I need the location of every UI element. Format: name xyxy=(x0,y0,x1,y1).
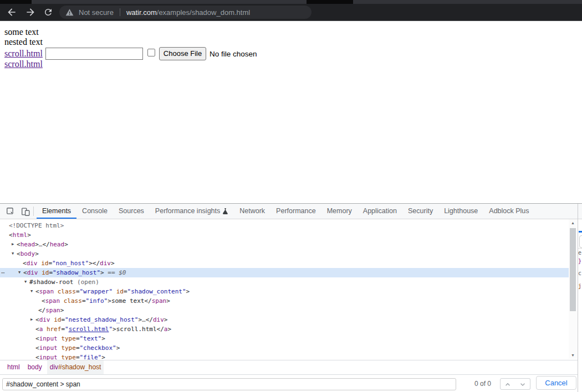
tab-network[interactable]: Network xyxy=(234,204,270,219)
tab-application[interactable]: Application xyxy=(358,204,402,219)
security-status-label[interactable]: Not secure xyxy=(79,8,114,17)
forward-arrow-icon[interactable] xyxy=(24,6,37,18)
disclosure-expanded-icon[interactable]: ▼ xyxy=(17,268,22,277)
tree-row[interactable]: ▶<head>…</head> xyxy=(0,240,569,249)
devtools-tabs: ElementsConsoleSourcesPerformance insigh… xyxy=(37,204,535,219)
tree-row[interactable]: <span class="info">some text</span> xyxy=(0,296,569,306)
page-text-some: some text xyxy=(4,27,39,37)
styles-sliver-divider xyxy=(578,248,582,249)
file-status-text: No file chosen xyxy=(210,50,257,58)
experiment-flask-icon xyxy=(222,208,228,215)
disclosure-expanded-icon[interactable]: ▼ xyxy=(29,287,34,296)
inspect-element-icon[interactable] xyxy=(5,206,16,216)
device-toolbar-icon[interactable] xyxy=(20,206,30,216)
toolbar-separator xyxy=(33,207,34,216)
styles-text-fragment: j xyxy=(578,283,581,289)
tree-row[interactable]: <div id="non_host"></div> xyxy=(0,259,569,268)
styles-tab-underline xyxy=(579,231,582,233)
styles-text-fragment: e xyxy=(578,250,581,256)
browser-toolbar: Not secure watir.com/examples/shadow_dom… xyxy=(0,4,582,21)
tab-label: Lighthouse xyxy=(444,204,478,219)
back-arrow-icon[interactable] xyxy=(6,6,18,18)
tree-row[interactable]: ▶<div id="nested_shadow_host">…</div> xyxy=(0,315,569,324)
url-host: watir.com xyxy=(126,8,157,17)
tab-lighthouse[interactable]: Lighthouse xyxy=(438,204,483,219)
tree-row[interactable]: ⋯▼<div id="shadow_host"> == $0 xyxy=(0,268,569,277)
tab-label: Sources xyxy=(119,204,144,219)
elements-tree: <!DOCTYPE html><html>▶<head>…</head>▼<bo… xyxy=(0,219,578,360)
tab-console[interactable]: Console xyxy=(76,204,113,219)
tab-performance[interactable]: Performance xyxy=(270,204,321,219)
breadcrumb: htmlbodydiv#shadow_host xyxy=(0,360,578,374)
find-match-count: 0 of 0 xyxy=(471,375,491,392)
tree-row[interactable]: <html> xyxy=(0,230,569,240)
overflow-dots-icon[interactable]: ⋯ xyxy=(1,268,4,277)
tab-memory[interactable]: Memory xyxy=(321,204,358,219)
styles-text-fragment: c xyxy=(578,270,581,276)
tab-label: Network xyxy=(239,204,265,219)
omnibox-divider xyxy=(120,8,120,16)
styles-filter-box-edge xyxy=(579,235,582,248)
tree-row[interactable]: ▼<body> xyxy=(0,249,569,259)
tree-row[interactable]: ▼#shadow-root (open) xyxy=(0,277,569,287)
tab-strip-left-segment xyxy=(0,0,32,4)
tab-performance-insights[interactable]: Performance insights xyxy=(150,204,234,219)
tree-scrollbar[interactable]: ▲ ▼ xyxy=(569,219,577,359)
tab-label: Application xyxy=(363,204,397,219)
tree-row[interactable]: <input type="checkbox"> xyxy=(0,343,569,353)
tree-row[interactable]: <!DOCTYPE html> xyxy=(0,221,569,230)
page-text-nested: nested text xyxy=(4,37,43,47)
tab-label: Adblock Plus xyxy=(489,204,529,219)
url-path: /examples/shadow_dom.html xyxy=(157,8,250,17)
disclosure-collapsed-icon[interactable]: ▶ xyxy=(10,240,16,249)
tab-label: Memory xyxy=(327,204,352,219)
warning-triangle-icon xyxy=(65,8,74,17)
tab-adblock-plus[interactable]: Adblock Plus xyxy=(483,204,534,219)
styles-sliver-toolbar xyxy=(578,204,582,219)
scrollbar-thumb[interactable] xyxy=(570,228,576,311)
cancel-button[interactable]: Cancel xyxy=(536,376,576,390)
tree-row[interactable]: </span> xyxy=(0,306,569,315)
tree-row[interactable]: <a href="scroll.html">scroll.html</a> xyxy=(0,324,569,334)
scroll-link-2[interactable]: scroll.html xyxy=(4,59,43,69)
find-next-button[interactable] xyxy=(515,378,530,390)
styles-text-fragment: } xyxy=(578,258,581,264)
find-previous-button[interactable] xyxy=(500,378,515,390)
crumb-div-shadow-host[interactable]: div#shadow_host xyxy=(47,360,104,374)
devtools-find-bar: #shadow_content > span 0 of 0 Cancel xyxy=(0,374,578,392)
devtools-toolbar: ElementsConsoleSourcesPerformance insigh… xyxy=(0,204,578,219)
find-input[interactable]: #shadow_content > span xyxy=(2,378,456,390)
tab-elements[interactable]: Elements xyxy=(37,204,76,219)
disclosure-collapsed-icon[interactable]: ▶ xyxy=(29,315,34,324)
tree-row[interactable]: ▼<span class="wrapper" id="shadow_conten… xyxy=(0,287,569,296)
disclosure-expanded-icon[interactable]: ▼ xyxy=(23,277,28,287)
scroll-link-1[interactable]: scroll.html xyxy=(4,49,43,59)
tree-row[interactable]: <input type="file"> xyxy=(0,353,569,360)
tab-label: Console xyxy=(82,204,108,219)
tab-label: Elements xyxy=(42,204,71,219)
tab-security[interactable]: Security xyxy=(402,204,438,219)
tab-label: Security xyxy=(408,204,433,219)
scroll-down-icon[interactable]: ▼ xyxy=(569,353,577,357)
choose-file-button[interactable]: Choose File xyxy=(159,47,206,60)
text-input[interactable] xyxy=(45,48,143,60)
tab-label: Performance xyxy=(276,204,316,219)
reload-icon[interactable] xyxy=(42,6,54,18)
disclosure-expanded-icon[interactable]: ▼ xyxy=(10,249,16,259)
tab-strip-dark-segment xyxy=(307,0,353,4)
window-top-strip xyxy=(0,0,582,4)
checkbox[interactable] xyxy=(147,49,155,56)
tree-row[interactable]: <input type="text"> xyxy=(0,334,569,343)
scroll-up-icon[interactable]: ▲ xyxy=(569,221,577,225)
tab-sources[interactable]: Sources xyxy=(113,204,150,219)
address-bar[interactable]: Not secure watir.com/examples/shadow_dom… xyxy=(59,6,312,19)
crumb-html[interactable]: html xyxy=(4,360,23,374)
crumb-body[interactable]: body xyxy=(25,360,45,374)
tab-label: Performance insights xyxy=(155,204,220,219)
